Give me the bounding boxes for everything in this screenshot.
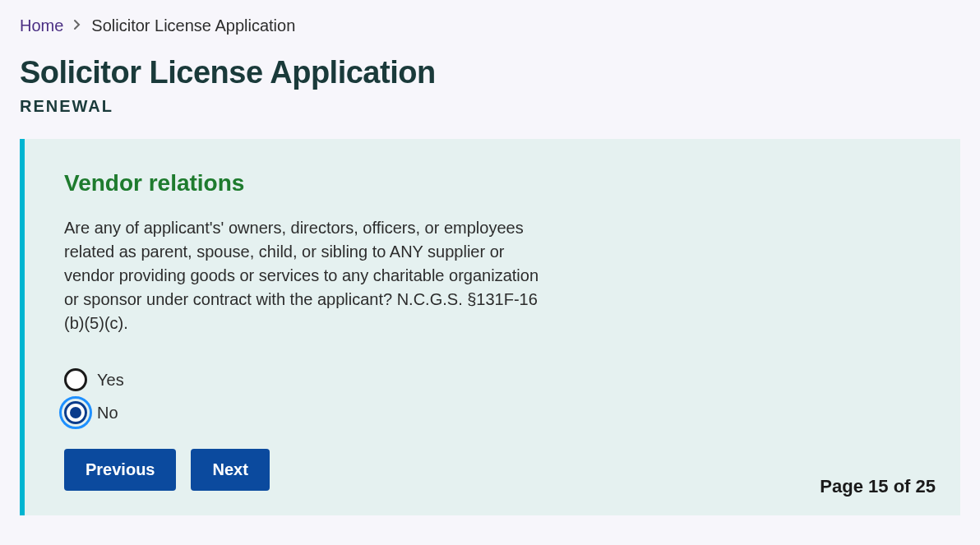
chevron-right-icon <box>73 19 81 34</box>
radio-option-yes[interactable]: Yes <box>64 368 921 391</box>
breadcrumb: Home Solicitor License Application <box>20 16 960 35</box>
page-title: Solicitor License Application <box>20 55 960 90</box>
radio-label-no: No <box>97 404 118 423</box>
radio-option-no[interactable]: No <box>64 401 921 424</box>
next-button[interactable]: Next <box>191 449 269 491</box>
button-row: Previous Next <box>64 449 921 491</box>
question-text: Are any of applicant's' owners, director… <box>64 216 557 335</box>
page-subtitle: RENEWAL <box>20 97 960 116</box>
radio-icon <box>64 368 87 391</box>
section-heading: Vendor relations <box>64 170 921 196</box>
radio-label-yes: Yes <box>97 371 124 390</box>
radio-group: Yes No <box>64 368 921 424</box>
radio-icon <box>64 401 87 424</box>
breadcrumb-current: Solicitor License Application <box>91 16 295 35</box>
form-panel: Vendor relations Are any of applicant's'… <box>20 139 960 515</box>
breadcrumb-home-link[interactable]: Home <box>20 16 63 35</box>
page-indicator: Page 15 of 25 <box>820 476 936 497</box>
previous-button[interactable]: Previous <box>64 449 176 491</box>
